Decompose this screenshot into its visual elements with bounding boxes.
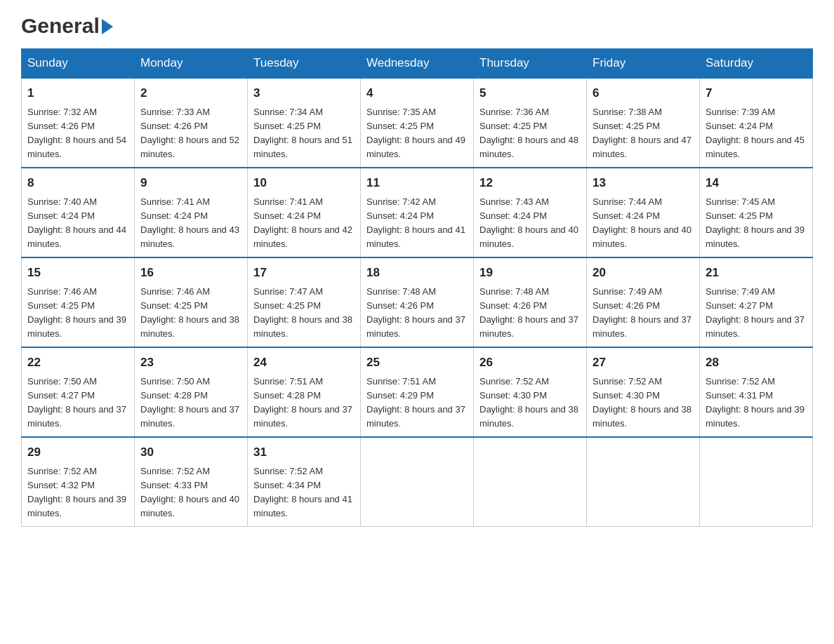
day-info: Sunrise: 7:44 AMSunset: 4:24 PMDaylight:…: [593, 196, 691, 249]
calendar-week-row: 8 Sunrise: 7:40 AMSunset: 4:24 PMDayligh…: [22, 168, 813, 257]
day-number: 20: [593, 264, 694, 282]
calendar-week-row: 29 Sunrise: 7:52 AMSunset: 4:32 PMDaylig…: [22, 437, 813, 527]
day-number: 24: [253, 354, 355, 372]
logo-triangle-icon: [102, 19, 113, 34]
calendar-cell: 29 Sunrise: 7:52 AMSunset: 4:32 PMDaylig…: [22, 437, 135, 527]
day-number: 4: [366, 84, 468, 102]
day-info: Sunrise: 7:47 AMSunset: 4:25 PMDaylight:…: [253, 286, 352, 339]
day-info: Sunrise: 7:43 AMSunset: 4:24 PMDaylight:…: [479, 196, 578, 249]
calendar-cell: 5 Sunrise: 7:36 AMSunset: 4:25 PMDayligh…: [474, 78, 587, 168]
calendar-cell: 3 Sunrise: 7:34 AMSunset: 4:25 PMDayligh…: [248, 78, 361, 168]
day-info: Sunrise: 7:36 AMSunset: 4:25 PMDaylight:…: [479, 107, 578, 159]
day-number: 15: [27, 264, 128, 282]
day-info: Sunrise: 7:35 AMSunset: 4:25 PMDaylight:…: [366, 107, 465, 159]
day-number: 10: [253, 174, 355, 192]
calendar-cell: 25 Sunrise: 7:51 AMSunset: 4:29 PMDaylig…: [361, 347, 474, 437]
calendar-cell: 26 Sunrise: 7:52 AMSunset: 4:30 PMDaylig…: [474, 347, 587, 437]
calendar-cell: [700, 437, 813, 527]
day-number: 6: [593, 84, 694, 102]
day-info: Sunrise: 7:32 AMSunset: 4:26 PMDaylight:…: [27, 107, 126, 159]
day-header-wednesday: Wednesday: [361, 49, 474, 79]
day-number: 28: [706, 354, 807, 372]
calendar-cell: 13 Sunrise: 7:44 AMSunset: 4:24 PMDaylig…: [587, 168, 700, 257]
day-info: Sunrise: 7:52 AMSunset: 4:30 PMDaylight:…: [593, 376, 691, 429]
day-number: 2: [140, 84, 241, 102]
day-number: 1: [27, 84, 128, 102]
logo: General: [21, 14, 113, 34]
day-info: Sunrise: 7:52 AMSunset: 4:33 PMDaylight:…: [140, 466, 239, 518]
day-number: 23: [140, 354, 241, 372]
day-info: Sunrise: 7:52 AMSunset: 4:34 PMDaylight:…: [253, 466, 352, 518]
day-header-monday: Monday: [135, 49, 248, 79]
calendar-cell: 7 Sunrise: 7:39 AMSunset: 4:24 PMDayligh…: [700, 78, 813, 168]
logo-general: General: [21, 14, 100, 37]
day-info: Sunrise: 7:49 AMSunset: 4:27 PMDaylight:…: [706, 286, 805, 339]
day-number: 18: [366, 264, 468, 282]
day-info: Sunrise: 7:50 AMSunset: 4:28 PMDaylight:…: [140, 376, 239, 429]
calendar-cell: 22 Sunrise: 7:50 AMSunset: 4:27 PMDaylig…: [22, 347, 135, 437]
day-number: 12: [479, 174, 581, 192]
calendar-cell: 6 Sunrise: 7:38 AMSunset: 4:25 PMDayligh…: [587, 78, 700, 168]
day-header-thursday: Thursday: [474, 49, 587, 79]
calendar-cell: 2 Sunrise: 7:33 AMSunset: 4:26 PMDayligh…: [135, 78, 248, 168]
calendar-cell: 24 Sunrise: 7:51 AMSunset: 4:28 PMDaylig…: [248, 347, 361, 437]
calendar-cell: 14 Sunrise: 7:45 AMSunset: 4:25 PMDaylig…: [700, 168, 813, 257]
day-info: Sunrise: 7:51 AMSunset: 4:29 PMDaylight:…: [366, 376, 465, 429]
day-info: Sunrise: 7:52 AMSunset: 4:32 PMDaylight:…: [27, 466, 126, 518]
day-number: 27: [593, 354, 694, 372]
day-info: Sunrise: 7:48 AMSunset: 4:26 PMDaylight:…: [366, 286, 465, 339]
day-info: Sunrise: 7:50 AMSunset: 4:27 PMDaylight:…: [27, 376, 126, 429]
calendar-cell: 4 Sunrise: 7:35 AMSunset: 4:25 PMDayligh…: [361, 78, 474, 168]
day-info: Sunrise: 7:46 AMSunset: 4:25 PMDaylight:…: [27, 286, 126, 339]
day-info: Sunrise: 7:45 AMSunset: 4:25 PMDaylight:…: [706, 196, 805, 249]
day-number: 25: [366, 354, 468, 372]
calendar-cell: 15 Sunrise: 7:46 AMSunset: 4:25 PMDaylig…: [22, 257, 135, 347]
calendar-week-row: 1 Sunrise: 7:32 AMSunset: 4:26 PMDayligh…: [22, 78, 813, 168]
calendar-cell: 8 Sunrise: 7:40 AMSunset: 4:24 PMDayligh…: [22, 168, 135, 257]
day-number: 3: [253, 84, 355, 102]
calendar-header-row: SundayMondayTuesdayWednesdayThursdayFrid…: [22, 49, 813, 79]
calendar-cell: 16 Sunrise: 7:46 AMSunset: 4:25 PMDaylig…: [135, 257, 248, 347]
day-number: 8: [27, 174, 128, 192]
day-info: Sunrise: 7:46 AMSunset: 4:25 PMDaylight:…: [140, 286, 239, 339]
day-info: Sunrise: 7:41 AMSunset: 4:24 PMDaylight:…: [140, 196, 239, 249]
day-info: Sunrise: 7:40 AMSunset: 4:24 PMDaylight:…: [27, 196, 126, 249]
calendar-cell: 27 Sunrise: 7:52 AMSunset: 4:30 PMDaylig…: [587, 347, 700, 437]
page-header: General: [21, 14, 813, 34]
calendar-cell: 19 Sunrise: 7:48 AMSunset: 4:26 PMDaylig…: [474, 257, 587, 347]
calendar-cell: 28 Sunrise: 7:52 AMSunset: 4:31 PMDaylig…: [700, 347, 813, 437]
calendar-table: SundayMondayTuesdayWednesdayThursdayFrid…: [21, 48, 813, 527]
day-number: 16: [140, 264, 241, 282]
day-number: 17: [253, 264, 355, 282]
day-info: Sunrise: 7:33 AMSunset: 4:26 PMDaylight:…: [140, 107, 239, 159]
day-number: 14: [706, 174, 807, 192]
calendar-cell: 12 Sunrise: 7:43 AMSunset: 4:24 PMDaylig…: [474, 168, 587, 257]
calendar-cell: 17 Sunrise: 7:47 AMSunset: 4:25 PMDaylig…: [248, 257, 361, 347]
day-header-sunday: Sunday: [22, 49, 135, 79]
day-header-tuesday: Tuesday: [248, 49, 361, 79]
day-info: Sunrise: 7:48 AMSunset: 4:26 PMDaylight:…: [479, 286, 578, 339]
calendar-cell: [474, 437, 587, 527]
day-header-friday: Friday: [587, 49, 700, 79]
day-number: 22: [27, 354, 128, 372]
calendar-cell: 21 Sunrise: 7:49 AMSunset: 4:27 PMDaylig…: [700, 257, 813, 347]
day-number: 31: [253, 443, 355, 462]
day-info: Sunrise: 7:52 AMSunset: 4:30 PMDaylight:…: [479, 376, 578, 429]
day-number: 7: [706, 84, 807, 102]
day-info: Sunrise: 7:38 AMSunset: 4:25 PMDaylight:…: [593, 107, 691, 159]
day-info: Sunrise: 7:42 AMSunset: 4:24 PMDaylight:…: [366, 196, 465, 249]
day-info: Sunrise: 7:39 AMSunset: 4:24 PMDaylight:…: [706, 107, 805, 159]
day-number: 21: [706, 264, 807, 282]
day-number: 13: [593, 174, 694, 192]
calendar-cell: 20 Sunrise: 7:49 AMSunset: 4:26 PMDaylig…: [587, 257, 700, 347]
calendar-cell: [361, 437, 474, 527]
day-info: Sunrise: 7:41 AMSunset: 4:24 PMDaylight:…: [253, 196, 352, 249]
day-info: Sunrise: 7:51 AMSunset: 4:28 PMDaylight:…: [253, 376, 352, 429]
day-header-saturday: Saturday: [700, 49, 813, 79]
calendar-cell: 30 Sunrise: 7:52 AMSunset: 4:33 PMDaylig…: [135, 437, 248, 527]
calendar-cell: 9 Sunrise: 7:41 AMSunset: 4:24 PMDayligh…: [135, 168, 248, 257]
day-info: Sunrise: 7:52 AMSunset: 4:31 PMDaylight:…: [706, 376, 805, 429]
day-number: 26: [479, 354, 581, 372]
calendar-cell: 23 Sunrise: 7:50 AMSunset: 4:28 PMDaylig…: [135, 347, 248, 437]
day-info: Sunrise: 7:34 AMSunset: 4:25 PMDaylight:…: [253, 107, 352, 159]
